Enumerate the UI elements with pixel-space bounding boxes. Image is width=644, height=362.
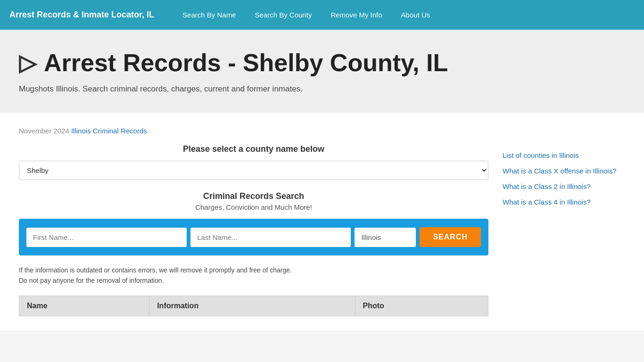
sidebar-link-class-4[interactable]: What is a Class 4 in Illinois? bbox=[503, 197, 625, 207]
col-photo: Photo bbox=[355, 296, 488, 316]
col-name: Name bbox=[19, 296, 149, 316]
sidebar-link-class-x[interactable]: What is a Class X offense in Illinois? bbox=[503, 166, 625, 176]
nav-about-us[interactable]: About Us bbox=[392, 0, 440, 30]
state-input[interactable] bbox=[355, 228, 416, 247]
hero-subtitle: Mugshots Illinois. Search criminal recor… bbox=[19, 84, 625, 94]
county-select[interactable]: Shelby bbox=[19, 161, 488, 180]
nav-search-by-county[interactable]: Search By County bbox=[245, 0, 321, 30]
hero-title-text: Arrest Records - Shelby County, IL bbox=[44, 49, 448, 77]
sidebar-link-list-counties[interactable]: List of counties in Illinois bbox=[503, 150, 625, 160]
results-table: Name Information Photo bbox=[19, 296, 488, 316]
main-content: November 2024 Illinois Criminal Records … bbox=[0, 113, 644, 330]
disclaimer: If the information is outdated or contai… bbox=[19, 265, 488, 286]
right-column: List of counties in Illinois What is a C… bbox=[503, 127, 625, 316]
last-name-input[interactable] bbox=[190, 228, 351, 247]
left-column: November 2024 Illinois Criminal Records … bbox=[19, 127, 488, 316]
county-label: Please select a county name below bbox=[19, 144, 488, 154]
date-text: November 2024 bbox=[19, 127, 69, 135]
sidebar-links: List of counties in Illinois What is a C… bbox=[503, 127, 625, 207]
hero-title-container: ▷ Arrest Records - Shelby County, IL bbox=[19, 49, 625, 77]
date-row: November 2024 Illinois Criminal Records bbox=[19, 127, 488, 135]
sidebar-link-class-2[interactable]: What is a Class 2 in Illinois? bbox=[503, 181, 625, 191]
criminal-records-link[interactable]: Illinois Criminal Records bbox=[71, 127, 147, 135]
nav-search-by-name[interactable]: Search By Name bbox=[173, 0, 245, 30]
disclaimer-line1: If the information is outdated or contai… bbox=[19, 266, 292, 274]
disclaimer-line2: Do not pay anyone for the removal of inf… bbox=[19, 277, 164, 284]
nav-remove-my-info[interactable]: Remove My Info bbox=[321, 0, 391, 30]
first-name-input[interactable] bbox=[26, 228, 187, 247]
col-information: Information bbox=[149, 296, 355, 316]
table-header: Name Information Photo bbox=[19, 296, 488, 316]
hero-section: ▷ Arrest Records - Shelby County, IL Mug… bbox=[0, 30, 644, 113]
search-section: Criminal Records Search Charges, Convict… bbox=[19, 191, 488, 255]
table-header-row: Name Information Photo bbox=[19, 296, 488, 316]
search-box: SEARCH bbox=[19, 219, 488, 255]
search-subtitle: Charges, Conviction and Much More! bbox=[19, 203, 488, 211]
play-icon: ▷ bbox=[19, 49, 36, 76]
nav-brand: Arrest Records & Inmate Locator, IL bbox=[9, 10, 154, 20]
navbar: Arrest Records & Inmate Locator, IL Sear… bbox=[0, 0, 644, 30]
nav-links: Search By Name Search By County Remove M… bbox=[173, 0, 439, 30]
search-title: Criminal Records Search bbox=[19, 191, 488, 201]
search-button[interactable]: SEARCH bbox=[420, 227, 481, 247]
